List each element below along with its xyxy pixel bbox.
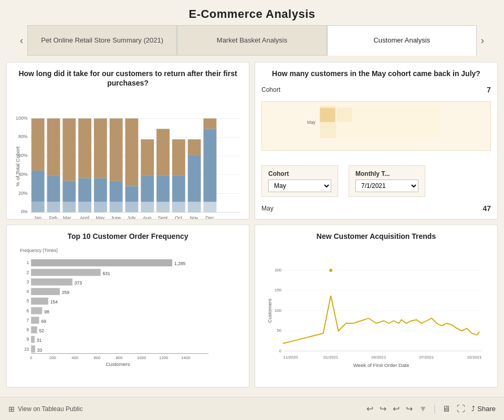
svg-text:259: 259 xyxy=(62,290,70,295)
bar-sept-brown xyxy=(156,129,170,176)
may-label: May xyxy=(261,205,274,212)
tab-pet-retail[interactable]: Pet Online Retail Store Summary (2021) xyxy=(27,25,177,56)
svg-text:6: 6 xyxy=(27,308,29,313)
acquisition-line xyxy=(283,296,479,343)
svg-text:04/2021: 04/2021 xyxy=(371,355,386,360)
return-time-chart: % of Total Cohort 100% 80% 60% 40% 20% 0… xyxy=(13,92,243,219)
svg-text:31: 31 xyxy=(37,338,42,343)
bar-july-light xyxy=(125,202,139,213)
freq-bar-10 xyxy=(31,345,35,352)
svg-text:Week of First Order Date: Week of First Order Date xyxy=(353,363,409,369)
tableau-icon: ⊞ xyxy=(8,405,15,413)
monthly-select[interactable]: 7/1/2021 6/1/2021 8/1/2021 xyxy=(355,180,418,192)
prev-tab-arrow[interactable]: ‹ xyxy=(16,25,27,56)
bar-jan-brown xyxy=(32,119,45,171)
svg-text:Mar...: Mar... xyxy=(63,216,75,219)
share-button[interactable]: ⤴ Share xyxy=(471,405,496,413)
svg-text:9: 9 xyxy=(27,337,29,342)
bar-july-brown xyxy=(125,119,139,186)
svg-text:Dec: Dec xyxy=(205,216,214,219)
cohort-heatmap: May xyxy=(261,101,491,151)
svg-text:0: 0 xyxy=(30,355,32,360)
page-title: E-Commerce Analysis xyxy=(0,7,504,21)
svg-text:Feb: Feb xyxy=(49,216,57,219)
bar-july-blue xyxy=(125,186,139,202)
next-tab-arrow[interactable]: › xyxy=(477,25,488,56)
svg-text:150: 150 xyxy=(275,288,281,293)
monthly-filter-label: Monthly T... xyxy=(355,170,418,177)
svg-rect-27 xyxy=(320,108,335,122)
svg-text:100: 100 xyxy=(275,308,281,313)
bar-april-blue xyxy=(78,178,91,202)
svg-text:50: 50 xyxy=(277,328,281,333)
cohort-panel: How many customers in the May cohort cam… xyxy=(255,62,498,219)
footer-right: ↩ ↪ ↩ ↪ ▼ | 🖥 ⛶ ⤴ Share xyxy=(366,403,496,414)
bar-may-light xyxy=(94,202,107,213)
freq-x-axis-label: Customers xyxy=(106,362,130,368)
svg-text:69: 69 xyxy=(41,319,46,324)
cohort-filter-cohort: Cohort May Jan Feb xyxy=(261,165,338,197)
cohort-select[interactable]: May Jan Feb xyxy=(268,180,331,192)
svg-text:May: May xyxy=(96,216,104,219)
bar-dec-light xyxy=(204,202,217,213)
freq-bar-5 xyxy=(31,298,48,304)
svg-text:1,285: 1,285 xyxy=(174,261,186,267)
svg-text:Jan: Jan xyxy=(34,216,41,219)
svg-text:1200: 1200 xyxy=(159,355,168,360)
back-icon[interactable]: ↩ xyxy=(393,404,400,414)
cohort-filter-label: Cohort xyxy=(268,170,331,177)
svg-text:98: 98 xyxy=(44,309,49,314)
share-icon: ⤴ xyxy=(471,405,475,413)
monitor-icon[interactable]: 🖥 xyxy=(442,404,450,414)
tab-customer-analysis[interactable]: Customer Analysis xyxy=(327,25,477,56)
svg-text:154: 154 xyxy=(50,300,58,305)
svg-text:8: 8 xyxy=(27,327,29,332)
bar-mar-brown xyxy=(62,119,76,181)
tableau-link[interactable]: View on Tableau Public xyxy=(18,405,83,413)
bar-oct-blue xyxy=(172,176,185,202)
freq-bar-2 xyxy=(31,269,100,276)
frequency-chart: Frequency (Times) 1 1,285 2 631 3 373 4 … xyxy=(13,245,243,371)
svg-text:7: 7 xyxy=(27,318,29,323)
cohort-label: Cohort xyxy=(261,86,280,93)
svg-text:07/2021: 07/2021 xyxy=(419,355,434,360)
forward-icon[interactable]: ↪ xyxy=(406,404,413,414)
svg-text:10/2021: 10/2021 xyxy=(467,355,482,360)
bar-feb-light xyxy=(47,202,60,213)
frequency-panel: Top 10 Customer Order Frequency Frequenc… xyxy=(6,225,249,387)
svg-text:1000: 1000 xyxy=(137,355,146,360)
svg-text:01/2021: 01/2021 xyxy=(323,355,338,360)
tab-market-basket[interactable]: Market Basket Analysis xyxy=(177,25,327,56)
svg-text:33: 33 xyxy=(37,348,43,353)
bar-jan-light xyxy=(32,202,45,213)
bar-aug-light xyxy=(141,202,154,213)
svg-text:1: 1 xyxy=(27,260,29,266)
svg-text:800: 800 xyxy=(116,355,123,360)
undo-icon[interactable]: ↩ xyxy=(366,404,373,414)
bar-may-brown xyxy=(94,119,107,178)
svg-text:100%: 100% xyxy=(16,116,28,121)
panel1-title: How long did it take for our customers t… xyxy=(13,69,243,88)
cohort-top-value: 7 xyxy=(487,86,491,94)
svg-text:10: 10 xyxy=(24,346,29,352)
acquisition-chart: Customers 0 50 100 150 200 11/ xyxy=(261,245,491,371)
bar-aug-brown xyxy=(141,140,154,176)
expand-icon[interactable]: ⛶ xyxy=(457,404,465,414)
main-grid: How long did it take for our customers t… xyxy=(0,56,504,397)
svg-text:0: 0 xyxy=(279,349,281,353)
svg-text:200: 200 xyxy=(275,268,281,272)
bar-mar-light xyxy=(62,202,76,213)
return-time-panel: How long did it take for our customers t… xyxy=(6,62,249,219)
bar-sept-light xyxy=(156,202,170,213)
svg-text:2: 2 xyxy=(27,270,29,275)
footer-left: ⊞ View on Tableau Public xyxy=(8,405,83,413)
svg-text:0%: 0% xyxy=(21,209,28,215)
bar-mar-blue xyxy=(62,181,76,202)
freq-bar-9 xyxy=(31,336,35,343)
bar-feb-brown xyxy=(47,119,60,176)
tabs-bar: ‹ Pet Online Retail Store Summary (2021)… xyxy=(0,25,504,56)
redo-icon[interactable]: ↪ xyxy=(380,404,386,414)
panel2-title: How many customers in the May cohort cam… xyxy=(261,69,491,78)
svg-text:52: 52 xyxy=(39,328,45,333)
svg-text:3: 3 xyxy=(27,279,29,285)
